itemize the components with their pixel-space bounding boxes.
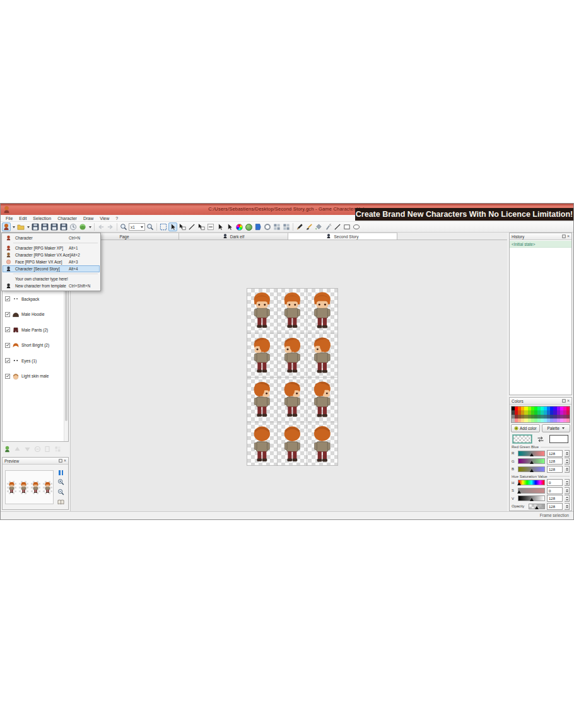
slider-handle[interactable] [535,506,539,509]
book-icon[interactable] [57,499,64,506]
fill-style-button[interactable] [254,222,262,231]
scrollbar-thumb[interactable] [65,289,67,421]
r-value[interactable]: 128 [547,450,563,457]
menu-item-new-character-from-template[interactable]: New character from templateCtrl+Shift+N [3,282,100,289]
cursor-tool-a-button[interactable] [216,222,225,231]
move-up-button[interactable] [13,445,21,453]
tab-second-story[interactable]: Second Story [288,233,397,240]
float-icon[interactable] [562,399,566,403]
menu-draw[interactable]: Draw [80,215,97,222]
float-icon[interactable] [562,234,566,238]
sprite-cell-down-3[interactable] [307,289,337,333]
generator-button-dropdown-arrow[interactable] [88,222,92,231]
sprite-cell-right-3[interactable] [307,378,337,422]
menu-item-character-rpg-maker-vx-ace-[interactable]: Character [RPG Maker VX Ace]Alt+2 [3,251,100,258]
close-icon[interactable]: × [64,459,66,463]
palette-color[interactable] [566,419,570,422]
layer-visibility-checkbox[interactable] [5,312,10,317]
grid-a-button[interactable] [272,222,281,231]
menu-selection[interactable]: Selection [30,215,54,222]
opacity-spinner[interactable] [565,503,570,510]
redo-button[interactable] [106,222,115,231]
new-character-button-dropdown-arrow[interactable] [11,222,16,231]
g-slider[interactable] [518,458,545,464]
pencil-tool-button[interactable] [187,222,196,231]
menu-item-character[interactable]: CharacterCtrl+N [3,234,100,241]
layer-visibility-checkbox[interactable] [5,327,10,332]
r-slider[interactable] [518,451,545,456]
opacity-value[interactable]: 128 [547,503,563,510]
sprite-cell-up-1[interactable] [247,422,278,466]
export-button[interactable] [69,222,78,231]
close-icon[interactable]: × [567,234,570,238]
layer-row-eyes-1-[interactable]: Eyes (1) [3,353,64,369]
pick-tool-button[interactable] [197,222,206,231]
h-spinner[interactable] [565,479,570,486]
open-button[interactable] [16,222,25,231]
sprite-cell-left-3[interactable] [307,333,337,378]
color-wheel-button[interactable] [235,222,243,231]
float-icon[interactable] [59,459,62,463]
menu-item-character-second-story-[interactable]: Character [Second Story]Alt+4 [3,265,100,272]
save-all-button[interactable] [50,222,59,231]
menu-file[interactable]: File [3,215,16,222]
brush-tool-button[interactable] [305,222,313,231]
close-icon[interactable]: × [567,399,570,403]
undo-button[interactable] [97,222,105,231]
add-layer-button[interactable] [3,445,11,453]
s-value[interactable]: 0 [547,487,563,494]
swirl-button[interactable] [244,222,253,231]
slider-handle[interactable] [530,453,534,456]
open-button-dropdown-arrow[interactable] [26,222,30,231]
move-selection-button[interactable] [178,222,187,231]
h-value[interactable]: 0 [547,479,563,486]
zoom-out-button[interactable] [119,222,128,231]
b-spinner[interactable] [565,466,570,473]
layer-row-short-bright-2-[interactable]: Short Bright (2) [3,338,64,354]
layer-visibility-checkbox[interactable] [5,296,10,301]
slider-handle[interactable] [530,469,534,472]
sprite-cell-left-1[interactable] [247,333,278,378]
move-down-button[interactable] [23,445,32,453]
menu-[interactable]: ? [112,215,121,222]
pen-tool-button[interactable] [295,222,304,231]
menu-view[interactable]: View [97,215,112,222]
line-tool-button[interactable] [333,222,342,231]
ellipse-tool-button[interactable] [352,222,361,231]
zoom-out-icon[interactable] [57,488,64,495]
g-value[interactable]: 128 [547,458,563,465]
s-slider[interactable] [518,488,545,494]
select-all-button[interactable] [159,222,168,231]
layer-visibility-checkbox[interactable] [5,358,10,363]
menu-item-your-own-character-type-here-[interactable]: Your own character type here! [3,275,100,282]
cursor-tool-b-button[interactable] [225,222,234,231]
generator-button[interactable] [78,222,87,231]
layer-row-male-pants-2-[interactable]: Male Pants (2) [3,322,64,338]
primary-color-swatch[interactable] [513,435,532,443]
layer-row-backpack[interactable]: Backpack [3,291,64,307]
menu-edit[interactable]: Edit [16,215,30,222]
grid-button[interactable] [54,445,62,453]
palette-button[interactable]: Palette [542,424,571,432]
secondary-color-swatch[interactable] [549,435,568,443]
sprite-cell-down-1[interactable] [247,289,278,333]
swap-colors-icon[interactable] [537,436,544,442]
merge-button[interactable] [33,445,42,453]
sprite-sheet[interactable] [247,288,338,466]
menu-character[interactable]: Character [54,215,80,222]
slider-handle[interactable] [517,490,521,494]
add-color-button[interactable]: Add color [511,424,540,432]
grid-b-button[interactable] [282,222,291,231]
save-as-button[interactable] [40,222,49,231]
sprite-cell-left-2[interactable] [278,333,308,378]
zoom-in-button[interactable] [146,222,155,231]
b-slider[interactable] [518,466,545,472]
layer-row-light-skin-male[interactable]: Light skin male [3,369,64,384]
sprite-cell-right-2[interactable] [278,378,308,422]
zoom-level-combo[interactable]: x1 [129,223,145,231]
new-character-button[interactable] [2,222,11,231]
s-spinner[interactable] [565,487,570,494]
layer-visibility-checkbox[interactable] [5,374,10,379]
h-slider[interactable] [518,480,545,485]
r-spinner[interactable] [565,450,570,457]
